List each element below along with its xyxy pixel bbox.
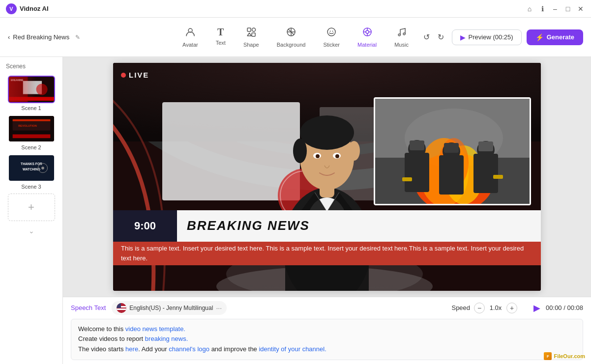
svg-point-57 <box>335 154 339 158</box>
svg-rect-71 <box>473 154 498 193</box>
scene-3-thumbnail[interactable]: THANKS FOR WATCHING <box>8 154 55 182</box>
watermark-icon: F <box>544 352 552 360</box>
minimize-button[interactable]: – <box>551 4 560 13</box>
svg-point-10 <box>332 31 333 32</box>
speech-line-2: Create videos to report breaking news. <box>78 335 188 342</box>
avatar-icon <box>185 27 196 40</box>
scene-item-1[interactable]: BREAKING Scene 1 <box>4 76 59 111</box>
generate-button[interactable]: ⚡ Generate <box>527 29 583 45</box>
svg-rect-78 <box>117 308 126 310</box>
speech-controls-row: Speech Text English(US) - Jenny Multilin… <box>71 301 583 315</box>
scene-item-2[interactable]: REVOLUTION Scene 2 <box>4 115 59 150</box>
tool-music[interactable]: Music <box>385 23 417 52</box>
speed-value: 1.0x <box>489 304 502 311</box>
svg-rect-21 <box>23 81 41 94</box>
language-more-icon[interactable]: ··· <box>216 304 222 312</box>
svg-rect-20 <box>9 76 28 103</box>
live-dot <box>121 73 126 78</box>
close-button[interactable]: ✕ <box>576 4 585 13</box>
text-label: Text <box>216 40 226 46</box>
svg-rect-65 <box>405 153 429 192</box>
video-canvas[interactable]: LIVE <box>113 63 541 291</box>
watermark-text: FileOur.com <box>554 353 585 359</box>
tool-avatar[interactable]: Avatar <box>174 23 207 52</box>
edit-project-icon[interactable]: ✎ <box>75 34 80 41</box>
back-button[interactable]: ‹ Red Breaking News ✎ <box>8 33 80 41</box>
home-button[interactable]: ⌂ <box>525 4 534 13</box>
maximize-button[interactable]: □ <box>563 4 572 13</box>
svg-point-17 <box>399 34 401 36</box>
media-overlay[interactable] <box>374 97 531 205</box>
tool-shape[interactable]: Shape <box>235 23 268 52</box>
speech-label: Speech Text <box>71 304 106 311</box>
scene-item-3[interactable]: THANKS FOR WATCHING Scene 3 <box>4 154 59 190</box>
svg-point-53 <box>348 141 360 161</box>
main-area: Scenes BREAKING Scene 1 <box>0 57 591 364</box>
title-bar: V Vidnoz AI ⌂ ℹ – □ ✕ <box>0 0 591 18</box>
speech-text-area[interactable]: Welcome to this video news template. Cre… <box>71 319 583 360</box>
scene-2-thumbnail[interactable]: REVOLUTION <box>8 115 55 142</box>
svg-rect-30 <box>12 135 50 139</box>
svg-rect-75 <box>493 175 503 179</box>
svg-rect-67 <box>410 140 424 150</box>
svg-rect-74 <box>402 177 412 181</box>
speed-control: Speed − 1.0x + <box>451 303 517 313</box>
svg-rect-79 <box>117 303 121 308</box>
speed-decrease-button[interactable]: − <box>474 303 485 313</box>
svg-text:BREAKING: BREAKING <box>10 79 23 82</box>
background-icon <box>286 27 296 40</box>
tool-text[interactable]: T Text <box>207 23 235 52</box>
shape-label: Shape <box>243 42 259 48</box>
svg-rect-19 <box>9 76 54 103</box>
svg-rect-28 <box>12 119 50 121</box>
playback-controls: ▶ 00:00 / 00:08 <box>531 302 583 314</box>
play-button[interactable]: ▶ <box>531 302 543 314</box>
scene-2-label: Scene 2 <box>21 144 41 150</box>
sticker-icon <box>326 27 337 40</box>
preview-label: Preview (00:25) <box>469 33 513 41</box>
svg-point-22 <box>36 84 47 95</box>
canvas-area: LIVE <box>63 57 591 297</box>
svg-point-12 <box>366 30 369 33</box>
svg-rect-3 <box>252 33 255 36</box>
svg-point-35 <box>41 167 44 169</box>
project-name: Red Breaking News <box>13 33 69 41</box>
breaking-news-bar: 9:00 BREAKING NEWS <box>113 210 541 242</box>
text-icon: T <box>217 27 224 38</box>
add-scene-button[interactable]: + <box>8 194 55 221</box>
back-icon: ‹ <box>8 33 10 41</box>
scroll-indicator: ⌄ <box>4 227 59 235</box>
time-display: 9:00 <box>113 210 177 242</box>
speech-line-3: The video starts here. Add your channel'… <box>78 345 326 353</box>
sticker-label: Sticker <box>323 42 340 48</box>
redo-button[interactable]: ↻ <box>435 30 447 44</box>
tool-sticker[interactable]: Sticker <box>314 23 349 52</box>
info-button[interactable]: ℹ <box>538 4 547 13</box>
music-icon <box>396 27 407 40</box>
avatar-label: Avatar <box>182 42 198 48</box>
svg-text:REVOLUTION: REVOLUTION <box>18 124 37 127</box>
material-label: Material <box>357 42 377 48</box>
svg-point-51 <box>300 115 354 150</box>
svg-rect-68 <box>439 155 464 195</box>
generate-icon: ⚡ <box>535 33 544 41</box>
speed-label: Speed <box>451 304 470 311</box>
music-label: Music <box>394 42 409 48</box>
add-scene-icon: + <box>28 201 34 214</box>
watermark: F FileOur.com <box>544 352 585 360</box>
tool-material[interactable]: Material <box>349 23 385 52</box>
language-name: English(US) - Jenny Multilingual <box>129 305 213 311</box>
toolbar-actions: ↺ ↻ ▶ Preview (00:25) ⚡ Generate <box>420 29 583 45</box>
time-display: 00:00 / 00:08 <box>546 304 583 311</box>
svg-text:WATCHING: WATCHING <box>23 168 40 171</box>
svg-point-2 <box>252 28 255 31</box>
speech-line-1: Welcome to this video news template. <box>78 325 185 333</box>
bottom-panel: Speech Text English(US) - Jenny Multilin… <box>63 297 591 364</box>
language-selector[interactable]: English(US) - Jenny Multilingual ··· <box>112 301 227 315</box>
preview-button[interactable]: ▶ Preview (00:25) <box>452 29 522 45</box>
undo-button[interactable]: ↺ <box>420 30 433 44</box>
scene-1-thumbnail[interactable]: BREAKING <box>8 76 55 103</box>
speed-increase-button[interactable]: + <box>506 303 517 313</box>
tool-background[interactable]: Background <box>268 23 315 52</box>
logo-icon: V <box>6 3 17 14</box>
